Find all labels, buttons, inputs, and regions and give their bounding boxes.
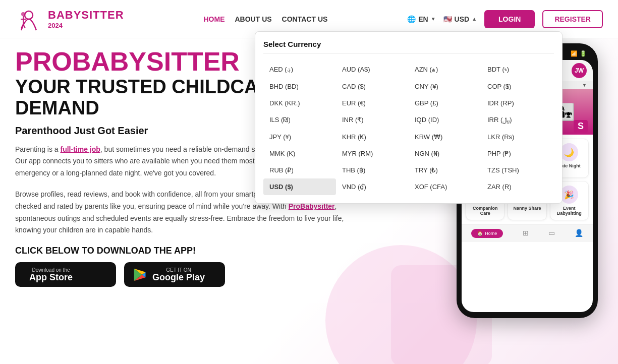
language-button[interactable]: 🌐 EN ▼ <box>407 15 435 23</box>
currency-item[interactable]: ZAR (R) <box>481 178 554 195</box>
service-label: Nanny Share <box>510 206 544 211</box>
phone-home-icon: 🏠 <box>477 231 483 236</box>
register-button[interactable]: REGISTER <box>542 10 603 28</box>
logo-area: BABYSITTER 2024 <box>15 5 124 33</box>
header: BABYSITTER 2024 HOME ABOUT US CONTACT US… <box>0 0 618 38</box>
currency-item[interactable]: COP ($) <box>481 78 554 95</box>
currency-item[interactable]: USD ($) <box>263 178 336 195</box>
currency-item[interactable]: CAD ($) <box>336 78 409 95</box>
nav-home[interactable]: HOME <box>203 15 224 23</box>
currency-item[interactable]: AZN (₼) <box>409 61 481 78</box>
currency-item[interactable]: MYR (RM) <box>336 145 409 162</box>
currency-item[interactable]: ILS (₪) <box>263 111 336 129</box>
currency-item[interactable]: VND (₫) <box>336 178 409 195</box>
logo-text: BABYSITTER 2024 <box>48 9 124 29</box>
lang-chevron-icon: ▼ <box>431 16 436 22</box>
app-store-bottom-text: App Store <box>29 273 73 282</box>
currency-item[interactable]: JPY (¥) <box>263 129 336 145</box>
battery-icon: 🔋 <box>580 50 587 57</box>
currency-item[interactable]: TZS (TSH) <box>481 162 554 178</box>
service-label: Companion Care <box>468 206 502 216</box>
currency-item[interactable]: GBP (£) <box>409 95 481 111</box>
phone-nav-calendar[interactable]: ▭ <box>548 229 555 238</box>
phone-chevron-icon: ▼ <box>582 83 587 88</box>
service-label: Event Babysitting <box>552 206 586 216</box>
svg-point-1 <box>21 12 25 16</box>
phone-nav-profile[interactable]: 👤 <box>575 229 583 238</box>
logo-icon <box>15 5 43 33</box>
currency-item[interactable]: AED (؋) <box>263 61 336 78</box>
google-play-icon <box>133 268 147 282</box>
currency-item[interactable]: KHR (₭) <box>336 129 409 145</box>
currency-item[interactable]: CNY (¥) <box>409 78 481 95</box>
login-button[interactable]: LOGIN <box>484 10 535 28</box>
phone-profile-icon: 👤 <box>575 229 583 237</box>
currency-item[interactable]: INR (₹) <box>336 111 409 129</box>
phone-status-icons: 📶 🔋 <box>571 50 587 57</box>
phone-calendar-icon: ▭ <box>548 229 555 237</box>
currency-item[interactable]: MMK (K) <box>263 145 336 162</box>
currency-button[interactable]: 🇺🇸 USD ▲ <box>443 15 477 23</box>
currency-item[interactable]: BDT (৳) <box>481 61 554 78</box>
currency-item[interactable]: LKR (Rs) <box>481 129 554 145</box>
currency-item[interactable]: XOF (CFA) <box>409 178 481 195</box>
currency-item[interactable]: IRR (﷼) <box>481 111 554 129</box>
wifi-icon: 📶 <box>571 50 578 57</box>
click-download-text: CLICK BELOW TO DOWNLOAD THE APP! <box>15 246 394 256</box>
currency-item[interactable]: RUB (₽) <box>263 162 336 178</box>
flag-icon: 🇺🇸 <box>443 15 452 23</box>
logo-title: BABYSITTER <box>48 9 124 22</box>
currency-item[interactable]: BHD (BD) <box>263 78 336 95</box>
hero-title-line2: DEMAND <box>15 97 99 118</box>
nav-contact[interactable]: CONTACT US <box>282 15 328 23</box>
nav-links: HOME ABOUT US CONTACT US <box>203 15 327 23</box>
phone-nav-home[interactable]: 🏠 Home <box>471 229 503 238</box>
nav-about[interactable]: ABOUT US <box>235 15 271 23</box>
phone-avatar: JW <box>572 63 587 78</box>
lang-label: EN <box>418 15 428 23</box>
google-play-button[interactable]: GET IT ON Google Play <box>124 262 225 287</box>
currency-dropdown-title: Select Currency <box>263 40 554 54</box>
app-store-button[interactable]: Download on the App Store <box>15 262 116 287</box>
currency-item[interactable]: AUD (A$) <box>336 61 409 78</box>
currency-item[interactable]: EUR (€) <box>336 95 409 111</box>
currency-item[interactable]: THB (฿) <box>336 162 409 178</box>
logo-year: 2024 <box>48 22 124 29</box>
currency-label: USD <box>455 15 470 23</box>
currency-item[interactable]: TRY (₺) <box>409 162 481 178</box>
currency-item[interactable]: KRW (₩) <box>409 129 481 145</box>
currency-grid: AED (؋)AUD (A$)AZN (₼)BDT (৳)BHD (BD)CAD… <box>263 61 554 195</box>
service-icon: 🎉 <box>560 186 578 204</box>
phone-grid-icon: ⊞ <box>523 229 529 237</box>
currency-chevron-icon: ▲ <box>472 16 477 22</box>
currency-item[interactable]: IQD (ID) <box>409 111 481 129</box>
svg-line-5 <box>23 24 25 28</box>
globe-icon: 🌐 <box>407 15 416 23</box>
banner-s-text: S <box>574 120 588 133</box>
phone-bottom-nav: 🏠 Home ⊞ ▭ 👤 <box>462 224 593 242</box>
currency-item[interactable]: PHP (₱) <box>481 145 554 162</box>
currency-dropdown: Select Currency AED (؋)AUD (A$)AZN (₼)BD… <box>255 31 563 204</box>
phone-nav-grid[interactable]: ⊞ <box>523 229 529 238</box>
currency-item[interactable]: DKK (KR.) <box>263 95 336 111</box>
google-play-text: GET IT ON Google Play <box>152 267 205 282</box>
currency-item[interactable]: IDR (RP) <box>481 95 554 111</box>
svg-point-0 <box>25 11 33 19</box>
app-store-text: Download on the App Store <box>29 267 73 282</box>
currency-item[interactable]: NGN (₦) <box>409 145 481 162</box>
google-play-bottom-text: Google Play <box>152 273 205 282</box>
service-icon: 🌙 <box>560 143 578 161</box>
phone-home-label: Home <box>485 231 497 236</box>
lang-currency-area: 🌐 EN ▼ 🇺🇸 USD ▲ LOGIN REGISTER <box>407 10 603 28</box>
